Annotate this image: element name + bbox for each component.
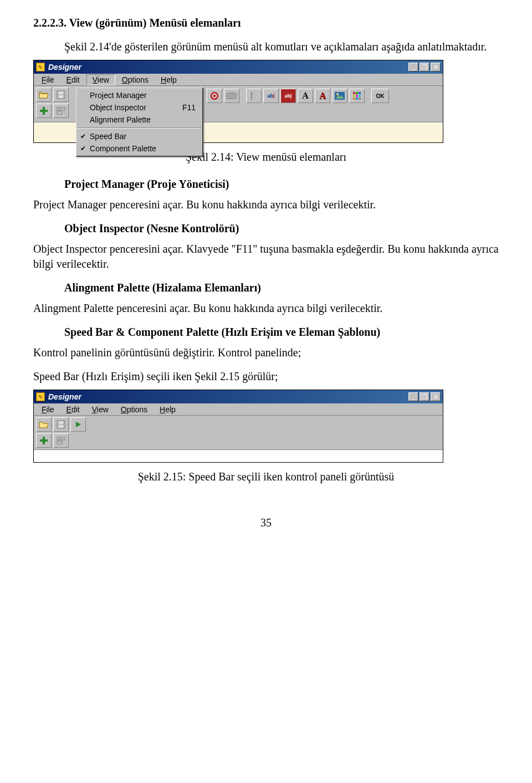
menu-view-2[interactable]: View <box>86 405 114 414</box>
floppy-icon <box>57 420 65 429</box>
close-button-2[interactable]: ✕ <box>431 392 441 401</box>
close-button[interactable]: ✕ <box>431 63 441 71</box>
app-icon-2: ✎ <box>36 392 45 401</box>
edit-tool-1[interactable]: ab| <box>263 89 279 103</box>
image-icon <box>335 92 345 100</box>
svg-marker-33 <box>76 422 81 427</box>
align-button[interactable] <box>53 104 69 118</box>
minimize-button-2[interactable]: _ <box>408 392 418 401</box>
ok-icon: OK <box>376 93 385 99</box>
sbcp-title: Speed Bar & Component Palette (Hızlı Eri… <box>64 326 380 338</box>
svg-rect-25 <box>359 95 361 97</box>
label-tool-a2[interactable]: A <box>315 89 330 103</box>
pm-body: Project Manager penceresini açar. Bu kon… <box>33 197 499 212</box>
svg-marker-16 <box>252 93 257 95</box>
svg-rect-5 <box>40 110 48 112</box>
flag-tool[interactable] <box>246 89 262 103</box>
figure-caption-2: Şekil 2.15: Speed Bar seçili iken kontro… <box>33 470 499 483</box>
svg-rect-8 <box>57 111 62 114</box>
menu-item-speed-bar[interactable]: ✔ Speed Bar <box>76 130 202 142</box>
svg-rect-23 <box>353 95 355 97</box>
menu-bar-2: File Edit View Options Help <box>34 403 443 416</box>
menu-edit-2[interactable]: Edit <box>61 405 85 414</box>
svg-point-19 <box>336 93 339 95</box>
designer-window-1: ✎ Designer _ ❐ ✕ File Edit View Options … <box>33 60 443 143</box>
button3d-icon <box>227 93 237 99</box>
svg-rect-2 <box>59 91 63 94</box>
pm-title: Project Manager (Proje Yöneticisi) <box>64 178 229 190</box>
minimize-button[interactable]: _ <box>408 63 418 71</box>
menu-bar: File Edit View Options Help <box>34 74 443 86</box>
folder-open-icon <box>39 91 49 99</box>
svg-rect-22 <box>359 92 361 94</box>
ab-ii-icon: ab| <box>284 93 291 99</box>
page-number: 35 <box>33 516 499 529</box>
svg-rect-35 <box>40 439 48 442</box>
restore-button[interactable]: ❐ <box>420 63 429 71</box>
plus-icon <box>39 436 48 445</box>
menu-help-2[interactable]: Help <box>154 405 181 414</box>
menu-file[interactable]: File <box>36 75 60 85</box>
image-tool[interactable] <box>332 89 347 103</box>
menu-options[interactable]: Options <box>116 75 154 85</box>
button3d-tool[interactable] <box>224 89 239 103</box>
menu-item-alignment-palette[interactable]: Alignment Palette <box>76 114 202 126</box>
svg-rect-27 <box>356 98 358 100</box>
target-icon <box>210 91 219 100</box>
flag-icon <box>250 91 258 100</box>
oi-body: Object Inspector penceresini açar. Klavy… <box>33 242 499 272</box>
shortcut: F11 <box>182 103 199 112</box>
label-tool-a[interactable]: A <box>298 89 313 103</box>
run-button-2[interactable] <box>70 417 86 432</box>
svg-rect-21 <box>356 92 358 94</box>
svg-rect-15 <box>251 92 252 100</box>
svg-rect-24 <box>356 95 358 97</box>
svg-rect-20 <box>353 92 355 94</box>
ap-body: Alingment Palette penceresini açar. Bu k… <box>33 301 499 316</box>
svg-rect-28 <box>359 98 361 100</box>
folder-open-icon <box>39 421 49 428</box>
title-bar: ✎ Designer _ ❐ ✕ <box>34 60 443 74</box>
speedbar-line: Speed Bar (Hızlı Erişim) seçili iken Şek… <box>33 369 499 384</box>
ok-tool[interactable]: OK <box>371 89 389 103</box>
grid-tool[interactable] <box>349 89 365 103</box>
svg-rect-26 <box>353 98 355 100</box>
menu-help[interactable]: Help <box>155 75 182 85</box>
menu-edit[interactable]: Edit <box>61 75 85 85</box>
open-button-2[interactable] <box>36 417 52 432</box>
ab-i-icon: ab| <box>267 93 274 99</box>
align-icon <box>57 107 65 115</box>
menu-view[interactable]: View <box>86 74 115 85</box>
svg-rect-7 <box>61 108 65 110</box>
svg-rect-32 <box>59 425 63 428</box>
open-button[interactable] <box>36 88 52 102</box>
menu-item-project-manager[interactable]: Project Manager <box>76 89 202 101</box>
align-icon <box>57 437 65 444</box>
menu-file-2[interactable]: File <box>36 405 60 414</box>
menu-item-component-palette[interactable]: ✔ Component Palette <box>76 142 202 155</box>
section-heading: 2.2.2.3. View (görünüm) Menüsü elemanlar… <box>33 17 499 29</box>
menu-options-2[interactable]: Options <box>115 405 153 414</box>
align-button-2[interactable] <box>53 433 69 448</box>
view-dropdown: Project Manager Object Inspector F11 Ali… <box>76 88 203 157</box>
svg-rect-37 <box>61 437 65 440</box>
svg-rect-6 <box>57 108 60 110</box>
svg-rect-36 <box>57 437 60 440</box>
intro-paragraph: Şekil 2.14'de gösterilen görünüm menüsü … <box>33 39 499 54</box>
window-title-2: Designer <box>48 392 81 401</box>
window-title: Designer <box>48 63 81 71</box>
menu-item-object-inspector[interactable]: Object Inspector F11 <box>76 101 202 114</box>
sbcp-body: Kontrol panelinin görüntüsünü değiştirir… <box>33 345 499 360</box>
save-button-2[interactable] <box>53 417 69 432</box>
grid-icon <box>352 91 361 100</box>
add-button-2[interactable] <box>36 433 52 448</box>
add-button[interactable] <box>36 104 52 118</box>
floppy-icon <box>57 90 65 99</box>
edit-tool-2[interactable]: ab| <box>280 89 296 103</box>
target-tool[interactable] <box>207 89 222 103</box>
restore-button-2[interactable]: ❐ <box>420 392 429 401</box>
work-area-2 <box>34 450 443 462</box>
save-button[interactable] <box>53 88 69 102</box>
svg-point-10 <box>213 95 216 97</box>
svg-rect-3 <box>59 95 63 98</box>
